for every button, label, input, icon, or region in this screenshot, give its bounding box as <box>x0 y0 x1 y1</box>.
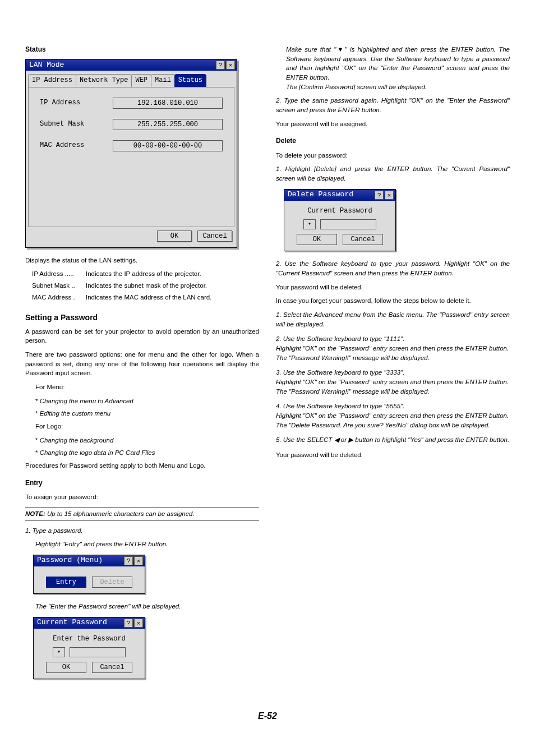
field-ip: IP Address 192.168.010.010 <box>40 98 223 109</box>
lan-titlebar: LAN Mode ? × <box>26 59 237 71</box>
note-block: NOTE: Up to 15 alphanumeric characters c… <box>25 508 259 520</box>
tab-wep[interactable]: WEP <box>131 74 151 86</box>
field-mac: MAC Address 00-00-00-00-00-00 <box>40 140 223 151</box>
entry-sub: To assign your password: <box>25 492 259 502</box>
delpwd-ok-button[interactable]: OK <box>297 234 337 245</box>
lan-mode-dialog: LAN Mode ? × IP Address Network Type WEP… <box>25 59 237 247</box>
password-input[interactable] <box>320 219 376 229</box>
def-mac-v: Indicates the MAC address of the LAN car… <box>86 293 211 302</box>
field-subnet: Subnet Mask 255.255.255.000 <box>40 119 223 130</box>
right-top-block: Make sure that "▼" is highlighted and th… <box>286 45 510 91</box>
setting-p1: A password can be set for your projector… <box>25 327 259 345</box>
deleted-line-1: Your password will be deleted. <box>276 283 510 292</box>
def-sn-v: Indicates the subnet mask of the project… <box>86 281 207 291</box>
delete-button[interactable]: Delete <box>92 577 132 588</box>
step1-a: 1. Type a password. <box>25 526 259 536</box>
def-ip-v: Indicates the IP address of the projecto… <box>86 269 201 279</box>
curpwd-label: Enter the Password <box>39 634 139 644</box>
formenu-list: Changing the menu to Advanced Editing th… <box>35 397 259 418</box>
del-step1: 1. Highlight [Delete] and press the ENTE… <box>276 164 510 183</box>
f-step3: 3. Use the Software keyboard to type "33… <box>276 368 510 396</box>
entry-heading: Entry <box>25 478 259 488</box>
curpwd-title: Current Password <box>37 617 123 628</box>
lan-ok-button[interactable]: OK <box>157 231 192 242</box>
setting-password-heading: Setting a Password <box>25 312 259 323</box>
setting-p2: There are two password options: one for … <box>25 350 259 378</box>
def-mac-k: MAC Address . <box>32 293 86 302</box>
ip-label: IP Address <box>40 98 113 108</box>
mac-value: 00-00-00-00-00-00 <box>113 140 223 151</box>
password-menu-dialog: Password (Menu) ? × Entry Delete <box>33 555 145 594</box>
enter-screen-line: The "Enter the Password screen" will be … <box>35 602 259 611</box>
proc-line: Procedures for Password setting apply to… <box>25 461 259 471</box>
subnet-label: Subnet Mask <box>40 119 113 129</box>
forlogo-item-2: Changing the logo data in PC Card Files <box>35 448 259 458</box>
lan-tabstrip: IP Address Network Type WEP Mail Status <box>26 71 237 86</box>
f-step4: 4. Use the Software keyboard to type "55… <box>276 402 510 430</box>
keyboard-icon[interactable]: ▾ <box>303 219 316 229</box>
close-icon[interactable]: × <box>226 61 235 70</box>
entry-button[interactable]: Entry <box>46 577 86 588</box>
ip-value: 192.168.010.010 <box>113 98 223 109</box>
del-step2: 2. Use the Software keyboard to type you… <box>276 259 510 278</box>
tab-network-type[interactable]: Network Type <box>76 74 132 86</box>
note-label: NOTE: <box>25 510 45 517</box>
formenu-label: For Menu: <box>35 382 259 392</box>
f-step1: 1. Select the Advanced menu from the Bas… <box>276 310 510 329</box>
delete-heading: Delete <box>276 136 510 146</box>
status-heading: Status <box>25 45 259 54</box>
delete-sub: To delete your password: <box>276 151 510 160</box>
assigned-line: Your password will be assigned. <box>276 119 510 129</box>
note-text: Up to 15 alphanumeric characters can be … <box>45 510 195 517</box>
deleted-line-2: Your password will be deleted. <box>276 450 510 460</box>
step1-b: Highlight "Entry" and press the ENTER bu… <box>35 540 259 549</box>
tab-status[interactable]: Status <box>174 74 206 86</box>
tab-ip-address[interactable]: IP Address <box>28 74 76 86</box>
close-icon[interactable]: × <box>134 556 143 565</box>
formenu-item-2: Editing the custom menu <box>35 409 259 418</box>
delpwd-cancel-button[interactable]: Cancel <box>343 234 383 245</box>
help-icon[interactable]: ? <box>124 619 133 628</box>
delpwd-label: Current Password <box>290 206 390 216</box>
forlogo-list: Changing the background Changing the log… <box>35 436 259 458</box>
delete-password-dialog: Delete Password ? × Current Password ▾ O… <box>284 189 396 251</box>
def-ip-k: IP Address ..... <box>32 269 86 279</box>
pwd-menu-title: Password (Menu) <box>37 555 123 566</box>
status-deflist: IP Address .....Indicates the IP address… <box>32 269 259 302</box>
f-step2: 2. Use the Software keyboard to type "11… <box>276 334 510 362</box>
formenu-item-1: Changing the menu to Advanced <box>35 397 259 406</box>
page-footer: E-52 <box>25 709 510 722</box>
delpwd-title: Delete Password <box>288 190 373 200</box>
f-step5: 5. Use the SELECT ◀ or ▶ button to highl… <box>276 435 510 445</box>
subnet-value: 255.255.255.000 <box>113 119 223 130</box>
close-icon[interactable]: × <box>385 191 394 200</box>
password-input[interactable] <box>70 647 126 657</box>
lan-cancel-button[interactable]: Cancel <box>197 231 232 242</box>
keyboard-icon[interactable]: ▾ <box>53 647 65 657</box>
help-icon[interactable]: ? <box>216 61 225 70</box>
lan-body: IP Address 192.168.010.010 Subnet Mask 2… <box>28 87 234 227</box>
status-desc: Displays the status of the LAN settings. <box>25 256 259 265</box>
forlogo-label: For Logo: <box>35 422 259 431</box>
curpwd-ok-button[interactable]: OK <box>46 662 86 673</box>
current-password-dialog: Current Password ? × Enter the Password … <box>33 617 145 679</box>
close-icon[interactable]: × <box>134 619 143 628</box>
help-icon[interactable]: ? <box>375 191 384 200</box>
lan-title: LAN Mode <box>29 60 215 71</box>
forlogo-item-1: Changing the background <box>35 436 259 445</box>
right-step2: 2. Type the same password again. Highlig… <box>276 96 510 114</box>
curpwd-cancel-button[interactable]: Cancel <box>92 662 132 673</box>
tab-mail[interactable]: Mail <box>151 74 175 86</box>
def-sn-k: Subnet Mask .. <box>32 281 86 291</box>
mac-label: MAC Address <box>40 141 113 150</box>
help-icon[interactable]: ? <box>124 556 133 565</box>
forget-intro: In case you forget your password, follow… <box>276 296 510 306</box>
